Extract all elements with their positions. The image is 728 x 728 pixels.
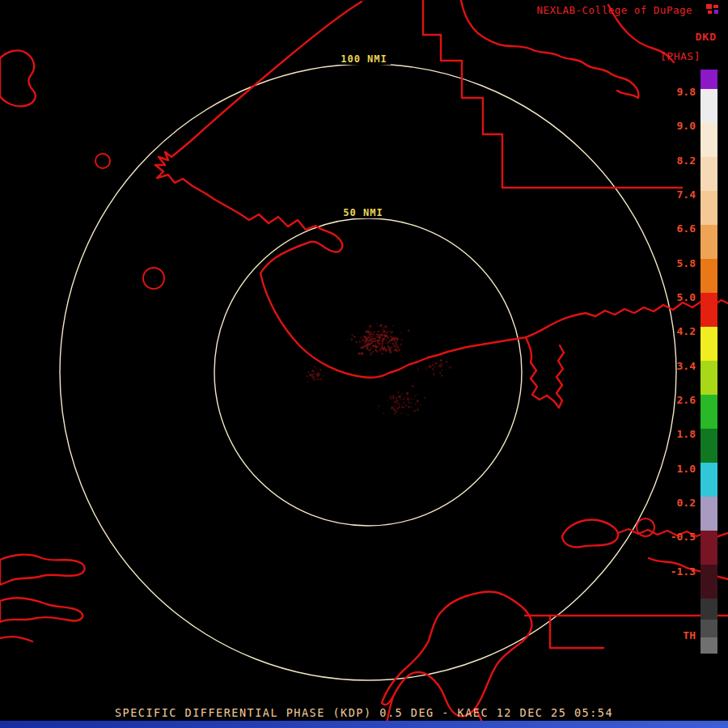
cod-logo-icon (705, 3, 720, 15)
radar-speckle (403, 402, 405, 404)
radar-speckle (379, 343, 380, 345)
radar-speckle (377, 331, 379, 332)
radar-speckle (414, 410, 415, 411)
radar-speckle (316, 373, 318, 375)
map-outline-mid-coast (239, 214, 728, 378)
radar-speckle (315, 368, 317, 370)
radar-speckle (373, 333, 375, 335)
radar-speckle (383, 413, 384, 414)
colorbar-band (700, 463, 717, 497)
colorbar-band (700, 327, 717, 361)
radar-speckle (415, 404, 417, 405)
map-outline-nw-coast-arc (155, 2, 362, 214)
site-title: NEXLAB-College of DuPage (536, 4, 692, 16)
product-caption: SPECIFIC DIFFERENTIAL PHASE (KDP) 0.5 DE… (0, 706, 728, 719)
radar-speckle (358, 345, 359, 345)
colorbar-tick: 5.0 (677, 292, 696, 303)
radar-speckle (375, 349, 378, 352)
radar-speckle (432, 368, 434, 370)
radar-speckle (407, 414, 408, 416)
radar-speckle (401, 339, 403, 341)
radar-speckle (370, 341, 372, 342)
map-outline-se-lake (562, 520, 618, 548)
radar-speckle (396, 346, 398, 348)
radar-speckle (391, 333, 392, 334)
radar-speckle (425, 369, 426, 370)
colorbar-band (700, 70, 717, 89)
radar-speckle (409, 399, 411, 400)
radar-speckle (450, 366, 452, 369)
radar-speckle (396, 410, 398, 412)
radar-speckle (392, 329, 392, 330)
radar-speckle (400, 332, 401, 333)
radar-speckle (397, 338, 399, 340)
radar-speckle (388, 349, 391, 351)
radar-speckle (391, 407, 393, 409)
radar-speckle (383, 350, 384, 352)
radar-speckle (382, 345, 383, 347)
radar-speckle (439, 372, 441, 374)
radar-speckle (414, 399, 415, 400)
radar-speckle (392, 343, 395, 345)
radar-speckle (375, 341, 376, 341)
radar-speckle (397, 403, 400, 405)
colorbar-tick: 2.6 (677, 395, 696, 405)
radar-speckle (432, 364, 434, 366)
radar-speckle (375, 348, 377, 349)
radar-speckle (399, 404, 401, 406)
radar-speckle (366, 338, 368, 341)
map-lake-circle (637, 518, 654, 536)
radar-speckle (366, 354, 367, 355)
map-outline-county-steps-n (423, 0, 682, 188)
radar-speckle (446, 356, 447, 358)
radar-speckle (368, 328, 369, 328)
radar-speckle (382, 330, 383, 332)
radar-speckle (394, 400, 396, 403)
radar-speckle (380, 347, 381, 348)
colorbar-band (700, 531, 717, 565)
radar-speckle (384, 325, 387, 328)
radar-speckle (387, 341, 389, 343)
radar-speckle (427, 359, 429, 361)
range-ring-label: 50 NMI (340, 207, 386, 218)
radar-speckle (307, 381, 309, 383)
radar-speckle (307, 375, 309, 378)
radar-speckle (369, 333, 371, 336)
colorbar-tick: 7.4 (677, 189, 696, 200)
radar-speckle (361, 336, 362, 338)
radar-speckle (316, 378, 319, 380)
radar-speckle (424, 397, 426, 400)
product-code: DKD (696, 31, 717, 43)
colorbar-tick: 9.8 (677, 87, 696, 97)
radar-speckle (417, 395, 417, 396)
radar-speckle (362, 346, 364, 349)
radar-speckle (374, 337, 376, 340)
colorbar-tick: 9.0 (677, 121, 696, 131)
radar-speckle (392, 337, 395, 340)
colorbar-tick: 4.2 (677, 326, 696, 336)
radar-speckle (401, 406, 403, 408)
radar-speckle (405, 404, 407, 406)
radar-speckle (401, 400, 402, 401)
radar-speckle (383, 334, 384, 335)
radar-speckle (408, 402, 410, 404)
colorbar-tick: 0.2 (677, 497, 696, 508)
radar-speckle (311, 375, 313, 377)
radar-speckle (390, 335, 391, 336)
radar-speckle (360, 337, 361, 338)
colorbar-tick: -0.5 (671, 531, 696, 542)
radar-speckle (360, 353, 362, 354)
radar-speckle (435, 362, 437, 364)
radar-speckle (425, 367, 427, 369)
radar-speckle (370, 355, 370, 356)
radar-speckle (370, 348, 372, 349)
radar-speckle (382, 333, 383, 335)
radar-speckle (391, 331, 393, 333)
radar-speckle (370, 332, 372, 333)
radar-speckle (408, 406, 410, 408)
radar-speckle (389, 342, 391, 344)
map-lake-circle (95, 154, 110, 168)
map-outline-inlet (526, 337, 564, 408)
radar-speckle (378, 336, 380, 338)
radar-speckle (320, 379, 321, 380)
